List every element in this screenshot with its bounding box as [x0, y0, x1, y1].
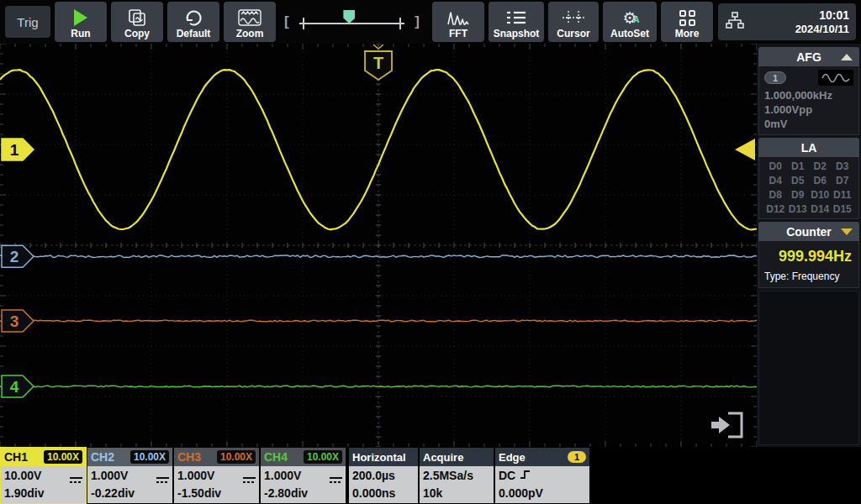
trigger-level-arrow[interactable] [735, 139, 755, 160]
run-button[interactable]: Run [55, 2, 107, 42]
trace-ch4 [0, 386, 757, 387]
la-d13[interactable]: D13 [787, 203, 810, 215]
ch1-offset: 1.90div [4, 486, 44, 501]
afg-panel: AFG 1 1.000,000kHz 1.000Vpp 0mV [758, 47, 859, 135]
counter-header[interactable]: Counter [758, 222, 859, 241]
expand-bracket-icon[interactable] [728, 413, 742, 437]
clock-panel: 10:01 2024/10/11 [718, 3, 856, 40]
dc-coupling-icon [156, 472, 169, 480]
la-d8[interactable]: D8 [764, 189, 787, 201]
zoom-button[interactable]: Zoom [224, 2, 276, 42]
la-channel-grid: D0 D1 D2 D3 D4 D5 D6 D7 D8 D9 D10 D11 D1… [758, 157, 859, 219]
horizontal-info-box[interactable]: Horizontal 200.0µs 0.000ns [349, 448, 418, 503]
channel-marker-label: 2 [10, 248, 19, 265]
channel-marker-label: 1 [10, 141, 19, 159]
play-icon [74, 8, 87, 28]
counter-value: 999.994Hz [764, 244, 853, 270]
horizontal-scale: 200.0µs [352, 468, 395, 484]
trigger-source-badge: 1 [568, 451, 586, 463]
trigger-info-box[interactable]: Edge 1 DC 0.000pV [495, 448, 589, 503]
la-d15[interactable]: D15 [832, 203, 854, 215]
la-d12[interactable]: D12 [764, 203, 787, 215]
clock-time: 10:01 [745, 8, 849, 23]
la-d7[interactable]: D7 [832, 175, 854, 186]
ch3-label: CH3 [177, 450, 201, 464]
sidebar-empty-panel [758, 291, 859, 445]
la-panel: LA D0 D1 D2 D3 D4 D5 D6 D7 D8 D9 D10 D11… [758, 138, 859, 219]
expand-arrow-icon[interactable] [711, 417, 730, 433]
la-d2[interactable]: D2 [809, 160, 832, 172]
snapshot-button[interactable]: Snapshot [489, 2, 544, 42]
default-button[interactable]: Default [167, 2, 219, 42]
network-icon [725, 10, 745, 34]
slider-right-bracket: ] [415, 13, 420, 30]
more-button[interactable]: More [661, 2, 713, 42]
zoom-waveform-icon [237, 8, 262, 28]
ch2-scale: 1.000V [91, 468, 128, 484]
spectrum-icon [446, 8, 470, 28]
la-d0[interactable]: D0 [764, 160, 787, 172]
acquire-sample-rate: 2.5MSa/s [423, 468, 473, 484]
la-d3[interactable]: D3 [832, 160, 854, 172]
bottom-status-bar: CH1 10.00X 10.00V 1.90div CH2 10.00X 1.0… [0, 447, 861, 504]
la-d9[interactable]: D9 [787, 189, 810, 201]
dc-coupling-icon [330, 472, 342, 480]
gear-a-icon: ⚙A [622, 8, 637, 28]
afg-offset: 0mV [764, 117, 853, 131]
top-toolbar: Trig Run Copy Default Zoom [ [0, 0, 861, 44]
ch2-probe-badge: 10.00X [130, 450, 169, 464]
la-d14[interactable]: D14 [809, 203, 832, 215]
la-d6[interactable]: D6 [809, 175, 832, 186]
afg-amplitude: 1.000Vpp [764, 102, 853, 117]
la-d5[interactable]: D5 [787, 175, 810, 186]
cursor-crosshair-icon [562, 8, 585, 28]
counter-panel: Counter 999.994Hz Type: Frequency [758, 222, 859, 288]
waveform-display[interactable]: 1234T [0, 44, 757, 447]
ch4-offset: -2.80div [264, 486, 308, 501]
ch2-info-box[interactable]: CH2 10.00X 1.000V -0.22div [87, 448, 172, 503]
cursor-button[interactable]: Cursor [548, 2, 599, 42]
reset-icon [183, 8, 203, 28]
slider-thumb[interactable] [343, 10, 355, 24]
trigger-flag-label: T [373, 54, 383, 72]
dc-coupling-icon [243, 472, 256, 480]
ch3-probe-badge: 10.00X [217, 450, 256, 464]
horizontal-position-slider[interactable]: [ ] [281, 2, 423, 42]
ch1-probe-badge: 10.00X [44, 450, 82, 464]
la-header[interactable]: LA [758, 138, 859, 157]
channel-marker-label: 4 [10, 378, 19, 396]
grid-squares-icon [679, 8, 695, 28]
ch2-label: CH2 [91, 450, 114, 464]
acquire-mem-depth: 10k [423, 486, 442, 501]
fft-button[interactable]: FFT [432, 2, 484, 42]
ch3-scale: 1.000V [177, 468, 214, 484]
collapse-icon[interactable] [841, 54, 853, 60]
afg-header[interactable]: AFG [758, 47, 859, 66]
counter-type: Type: Frequency [764, 270, 853, 284]
rising-edge-icon [520, 468, 531, 484]
horizontal-position: 0.000ns [352, 486, 395, 501]
ch4-scale: 1.000V [264, 468, 301, 484]
autoset-button[interactable]: ⚙A AutoSet [603, 2, 657, 42]
ch4-info-box[interactable]: CH4 10.00X 1.000V -2.80div [261, 448, 346, 503]
clock-date: 2024/10/11 [745, 23, 849, 36]
la-d10[interactable]: D10 [809, 189, 832, 201]
la-d11[interactable]: D11 [832, 189, 854, 201]
acquire-title: Acquire [423, 451, 463, 464]
la-d1[interactable]: D1 [787, 160, 810, 172]
ch2-offset: -0.22div [91, 486, 135, 501]
copy-icon [127, 8, 147, 28]
ch4-probe-badge: 10.00X [304, 450, 342, 464]
list-icon [505, 8, 527, 28]
right-sidebar: AFG 1 1.000,000kHz 1.000Vpp 0mV LA D0 D1… [757, 44, 861, 447]
la-d4[interactable]: D4 [764, 175, 787, 186]
copy-button[interactable]: Copy [111, 2, 163, 42]
trigger-level: 0.000pV [499, 486, 543, 501]
ch1-info-box[interactable]: CH1 10.00X 10.00V 1.90div [1, 448, 86, 503]
expand-icon[interactable] [841, 228, 853, 235]
acquire-info-box[interactable]: Acquire 2.5MSa/s 10k [420, 448, 494, 503]
dc-coupling-icon [70, 472, 82, 480]
ch3-info-box[interactable]: CH3 10.00X 1.000V -1.50div [174, 448, 259, 503]
ch1-label: CH1 [4, 450, 28, 464]
slider-left-bracket: [ [284, 13, 289, 30]
